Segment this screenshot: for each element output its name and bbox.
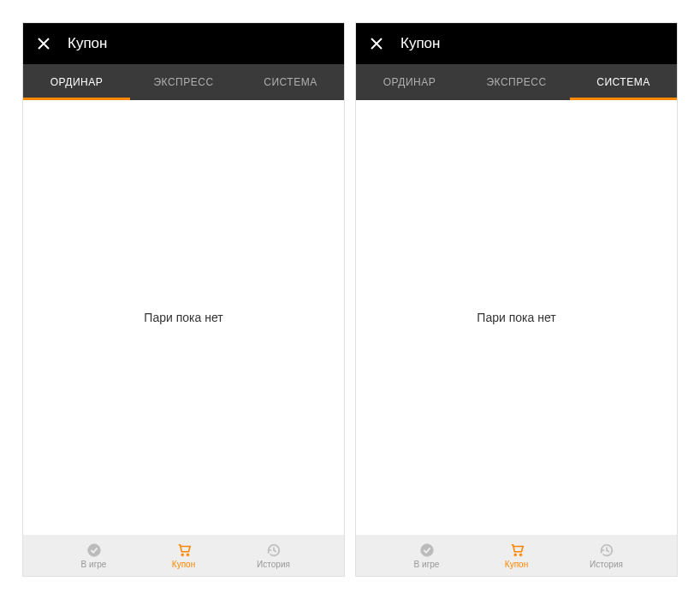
svg-point-5 <box>519 554 522 556</box>
nav-label: Купон <box>505 560 528 569</box>
phone-left: Купон ОРДИНАР ЭКСПРЕСС СИСТЕМА Пари пока… <box>22 22 345 577</box>
history-icon <box>265 542 282 559</box>
nav-coupon[interactable]: Купон <box>150 542 218 569</box>
page-title: Купон <box>400 35 440 52</box>
phone-right: Купон ОРДИНАР ЭКСПРЕСС СИСТЕМА Пари пока… <box>355 22 678 577</box>
close-icon[interactable] <box>35 35 52 52</box>
bottom-nav: В игре Купон История <box>23 535 344 576</box>
cart-icon <box>175 542 193 559</box>
nav-in-game[interactable]: В игре <box>60 542 128 569</box>
content-area: Пари пока нет <box>23 100 344 535</box>
nav-history[interactable]: История <box>572 542 641 569</box>
tab-express[interactable]: ЭКСПРЕСС <box>463 64 570 100</box>
tab-label: ЭКСПРЕСС <box>153 76 213 88</box>
check-circle-icon <box>418 542 436 559</box>
tab-label: СИСТЕМА <box>596 76 650 88</box>
cart-icon <box>508 542 525 559</box>
svg-point-0 <box>87 544 99 556</box>
tab-ordinar[interactable]: ОРДИНАР <box>23 64 130 100</box>
header: Купон <box>23 23 344 64</box>
svg-point-4 <box>513 554 516 556</box>
check-circle-icon <box>86 542 103 559</box>
content-area: Пари пока нет <box>356 100 677 535</box>
tab-label: СИСТЕМА <box>264 76 317 88</box>
empty-state-text: Пари пока нет <box>144 311 222 324</box>
nav-label: История <box>257 560 290 569</box>
tab-label: ЭКСПРЕСС <box>486 76 546 88</box>
svg-point-1 <box>181 554 183 556</box>
tab-ordinar[interactable]: ОРДИНАР <box>356 64 463 100</box>
nav-label: История <box>590 560 623 569</box>
tab-system[interactable]: СИСТЕМА <box>237 64 344 100</box>
bet-type-tabs: ОРДИНАР ЭКСПРЕСС СИСТЕМА <box>23 64 344 100</box>
nav-in-game[interactable]: В игре <box>393 542 461 569</box>
svg-point-2 <box>187 554 189 556</box>
close-icon[interactable] <box>368 35 385 52</box>
tab-system[interactable]: СИСТЕМА <box>570 64 677 100</box>
bet-type-tabs: ОРДИНАР ЭКСПРЕСС СИСТЕМА <box>356 64 677 100</box>
nav-coupon[interactable]: Купон <box>483 542 551 569</box>
nav-label: Купон <box>172 560 195 569</box>
tab-label: ОРДИНАР <box>383 76 436 88</box>
tab-express[interactable]: ЭКСПРЕСС <box>130 64 237 100</box>
tab-label: ОРДИНАР <box>50 76 103 88</box>
history-icon <box>598 542 615 559</box>
nav-history[interactable]: История <box>240 542 308 569</box>
header: Купон <box>356 23 677 64</box>
nav-label: В игре <box>81 560 107 569</box>
bottom-nav: В игре Купон История <box>356 535 677 576</box>
page-title: Купон <box>68 35 107 52</box>
svg-point-3 <box>420 544 432 556</box>
empty-state-text: Пари пока нет <box>477 311 555 324</box>
nav-label: В игре <box>414 560 440 569</box>
